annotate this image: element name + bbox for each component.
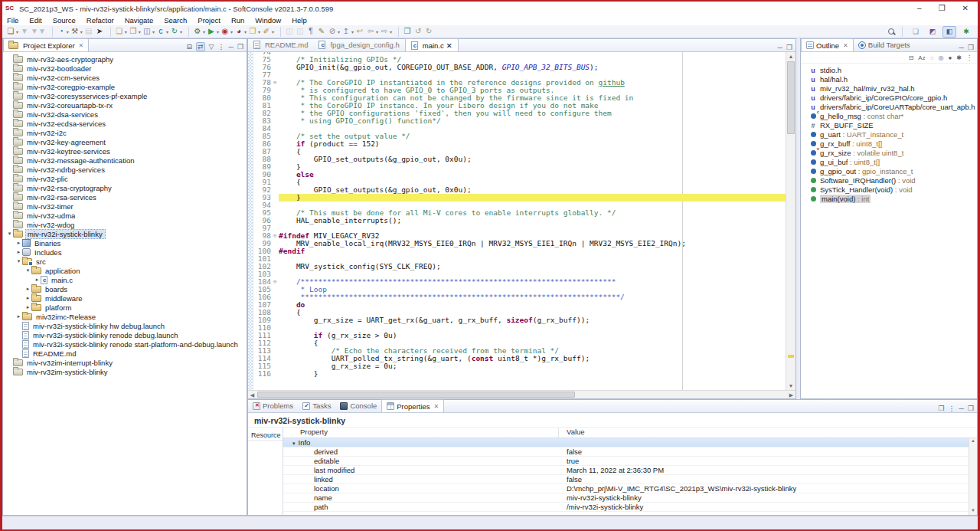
outline-item[interactable]: ustdio.h	[801, 65, 977, 74]
property-row[interactable]: last modifiedMarch 11, 2022 at 2:36:30 P…	[283, 466, 977, 475]
tab-properties[interactable]: Properties✕	[381, 399, 444, 412]
collapse-all-icon[interactable]: ⊟	[187, 43, 193, 51]
twisty-icon[interactable]: ▾	[24, 267, 31, 274]
fold-marker-icon[interactable]: ⊖	[271, 232, 279, 240]
outline-item[interactable]: #RX_BUFF_SIZE	[801, 120, 977, 129]
outline-item[interactable]: g_rx_buff : uint8_t[]	[801, 139, 977, 148]
tree-item[interactable]: miv-rv32-coregpio-example	[3, 82, 247, 91]
property-row[interactable]: editabletrue	[283, 457, 977, 466]
minimize-button[interactable]: –	[917, 3, 922, 14]
maximize-view-icon[interactable]: ❐	[786, 44, 792, 51]
tree-item[interactable]: miv-rv32im-interrupt-blinky	[3, 358, 247, 367]
show-whitespace-button[interactable]: ¶	[305, 26, 316, 38]
editor-tab-fpga-design-config-h[interactable]: fpga_design_config.h	[313, 38, 404, 51]
open-in-new-window-icon[interactable]: ❐	[938, 405, 944, 412]
tree-item[interactable]: miv-rv32-aes-cryptography	[3, 54, 247, 64]
dropdown-arrow-icon[interactable]: ▾	[180, 29, 182, 34]
run-button[interactable]: ▶▾	[206, 26, 220, 38]
tree-item[interactable]: ▾miv-rv32i-systick-blinky	[3, 229, 247, 238]
outline-item[interactable]: udrivers/fabric_ip/CoreGPIO/core_gpio.h	[801, 93, 977, 102]
tab-project-explorer[interactable]: Project Explorer ✕	[3, 38, 89, 51]
scrollbar-thumb[interactable]	[787, 61, 795, 134]
outline-item[interactable]: vg_rx_size : volatile uint8_t	[801, 148, 977, 157]
new-c-project-button[interactable]: ❐▾	[128, 26, 142, 38]
property-row[interactable]: namemiv-rv32i-systick-blinky	[283, 493, 977, 503]
menu-window[interactable]: Window	[255, 16, 281, 25]
menu-navigate[interactable]: Navigate	[125, 16, 154, 25]
scroll-up-icon[interactable]: ▲	[969, 438, 977, 445]
outline-item[interactable]: SysTick_Handler(void) : void	[801, 185, 977, 194]
close-tab-icon[interactable]: ✕	[446, 41, 452, 50]
search-icon[interactable]	[887, 28, 896, 36]
twisty-icon[interactable]: ▸	[34, 277, 41, 283]
dropdown-arrow-icon[interactable]: ▾	[139, 29, 141, 34]
menu-project[interactable]: Project	[198, 16, 220, 25]
minimize-icon[interactable]: ─	[959, 405, 964, 412]
menu-run[interactable]: Run	[231, 16, 244, 25]
open-perspective-button[interactable]: ❏	[909, 26, 923, 38]
dropdown-arrow-icon[interactable]: ▾	[230, 29, 233, 34]
twisty-icon[interactable]: ▸	[15, 249, 22, 255]
property-row[interactable]: path/miv-rv32i-systick-blinky	[283, 503, 977, 512]
resource-tab[interactable]: Resource	[248, 431, 283, 441]
twisty-icon[interactable]: ▸	[24, 295, 31, 301]
tree-item[interactable]: miv-rv32-coreuartapb-tx-rx	[3, 100, 247, 110]
perspective-debug-button[interactable]: ✱	[959, 26, 973, 38]
close-button[interactable]: ✕	[962, 3, 969, 14]
outline-item[interactable]: Software_IRQHandler() : void	[801, 175, 977, 185]
fold-marker-icon[interactable]: ⊖	[271, 278, 279, 286]
tree-item[interactable]: miv-rv32-rsa-cryptography	[3, 183, 247, 192]
maximize-view-icon[interactable]: ❐	[968, 44, 974, 51]
reset-perspective-button[interactable]: ↻	[423, 26, 434, 38]
minimize-view-icon[interactable]: ─	[959, 44, 964, 51]
outline-item[interactable]: uhal/hal.h	[801, 74, 977, 84]
scroll-up-icon[interactable]: ▲	[786, 52, 795, 61]
tree-item[interactable]: miv-rv32-wdog	[3, 220, 247, 229]
twisty-icon[interactable]: ▾	[6, 231, 13, 237]
close-view-icon[interactable]: ✕	[843, 42, 848, 49]
property-row[interactable]: derivedfalse	[283, 447, 977, 457]
tree-item[interactable]: miv-rv32-dsa-services	[3, 110, 247, 119]
tree-item[interactable]: ▸platform	[3, 303, 247, 312]
tree-item[interactable]: miv-rv32-ccm-services	[3, 73, 247, 82]
close-view-icon[interactable]: ✕	[79, 42, 84, 49]
twisty-icon[interactable]: ▸	[24, 304, 31, 310]
view-menu-icon[interactable]: ⋮	[949, 405, 956, 412]
filter-icon[interactable]: ▽	[209, 43, 214, 51]
toggle-highlight-button[interactable]: ⊘▾	[327, 26, 341, 38]
tree-item[interactable]: README.md	[3, 349, 247, 358]
tree-item[interactable]: miv-rv32-timer	[3, 202, 247, 211]
property-row[interactable]: linkedfalse	[283, 475, 977, 484]
forward-button[interactable]: ⇨▾	[379, 26, 393, 38]
dropdown-arrow-icon[interactable]: ▾	[166, 29, 168, 34]
new-c-source-button[interactable]: ❏▾	[114, 26, 128, 38]
dropdown-arrow-icon[interactable]: ▾	[272, 29, 274, 34]
refresh-button[interactable]: ↻▾	[169, 26, 183, 38]
tree-item[interactable]: miv-rv32-rsa-services	[3, 192, 247, 202]
twisty-icon[interactable]: ▸	[24, 286, 31, 292]
tree-item[interactable]: ▸middleware	[3, 293, 247, 303]
dropdown-arrow-icon[interactable]: ▾	[67, 29, 69, 34]
maximize-icon[interactable]: ❐	[968, 405, 974, 412]
back-button[interactable]: ⇦▾	[365, 26, 379, 38]
open-external-button[interactable]: ❐▾	[247, 26, 261, 38]
tree-item[interactable]: miv-rv32i-systick-blinky hw debug.launch	[3, 321, 247, 330]
tree-item[interactable]: ▾application	[3, 266, 247, 275]
perspective-cpp-button[interactable]: ◧	[942, 26, 956, 38]
dropdown-arrow-icon[interactable]: ▾	[217, 29, 219, 34]
hide-fields-icon[interactable]: ◌	[930, 54, 934, 61]
twisty-icon[interactable]: ▸	[15, 313, 22, 320]
dropdown-arrow-icon[interactable]: ▾	[125, 29, 127, 34]
tree-item[interactable]: miv-rv32i-systick-blinky renode debug.la…	[3, 330, 247, 339]
new-wizard-button[interactable]: ❏▾	[5, 26, 19, 38]
minimize-icon[interactable]: ─	[229, 43, 234, 51]
new-class-button[interactable]: ◫▾	[142, 26, 155, 38]
build-button[interactable]: ⚒▾	[70, 26, 83, 38]
new-c-file-button[interactable]: c▾	[155, 26, 169, 38]
dropdown-arrow-icon[interactable]: ▾	[80, 29, 83, 34]
scroll-down-icon[interactable]: ▼	[969, 508, 977, 515]
menu-search[interactable]: Search	[164, 16, 187, 25]
mark-occurrences-button[interactable]: ✎	[316, 26, 327, 38]
hide-static-icon[interactable]: ◎	[938, 54, 943, 61]
menu-help[interactable]: Help	[292, 16, 307, 25]
